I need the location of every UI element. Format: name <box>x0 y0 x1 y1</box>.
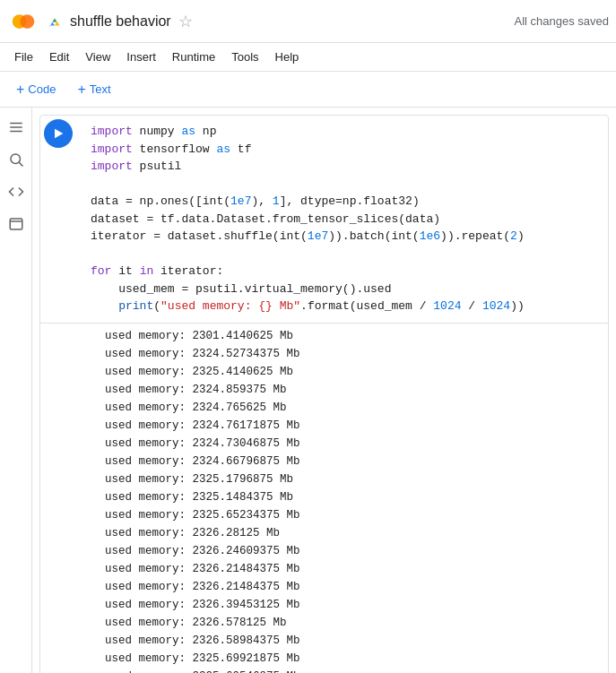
output-line: used memory: 2326.21484375 Mb <box>105 578 601 596</box>
svg-marker-8 <box>55 129 63 139</box>
svg-point-5 <box>11 154 21 164</box>
output-line: used memory: 2325.4140625 Mb <box>105 363 601 381</box>
sidebar-search-icon[interactable] <box>4 147 29 172</box>
sidebar-files-icon[interactable] <box>4 211 29 237</box>
output-line: used memory: 2325.60546875 Mb <box>105 668 601 674</box>
code-editor[interactable]: import numpy as np import tensorflow as … <box>76 116 532 323</box>
content-area[interactable]: import numpy as np import tensorflow as … <box>32 108 616 673</box>
plus-code-icon: + <box>16 82 24 98</box>
output-line: used memory: 2324.859375 Mb <box>105 381 601 399</box>
menu-bar: File Edit View Insert Runtime Tools Help <box>0 43 616 72</box>
code-cell: import numpy as np import tensorflow as … <box>39 115 609 673</box>
output-line: used memory: 2324.76171875 Mb <box>105 417 601 435</box>
sidebar-code-icon[interactable] <box>4 179 29 204</box>
output-line: used memory: 2326.58984375 Mb <box>105 632 601 650</box>
sidebar-toc-icon[interactable] <box>4 115 29 140</box>
menu-help[interactable]: Help <box>268 47 307 67</box>
output-line: used memory: 2326.24609375 Mb <box>105 542 601 560</box>
notebook-title-area: shuffle behavior ☆ <box>47 12 514 31</box>
output-line: used memory: 2324.52734375 Mb <box>105 345 601 363</box>
menu-file[interactable]: File <box>7 47 40 67</box>
output-line: used memory: 2324.73046875 Mb <box>105 435 601 453</box>
toolbar: + Code + Text <box>0 72 616 108</box>
cell-output: used memory: 2301.4140625 Mbused memory:… <box>40 323 608 674</box>
save-status: All changes saved <box>514 14 609 28</box>
output-line: used memory: 2325.1796875 Mb <box>105 470 601 488</box>
left-sidebar <box>0 108 32 673</box>
output-line: used memory: 2326.39453125 Mb <box>105 596 601 614</box>
svg-line-6 <box>19 162 22 166</box>
menu-edit[interactable]: Edit <box>42 47 76 67</box>
output-line: used memory: 2325.69921875 Mb <box>105 650 601 668</box>
output-line: used memory: 2325.1484375 Mb <box>105 488 601 506</box>
top-bar: shuffle behavior ☆ All changes saved <box>0 0 616 43</box>
colab-logo <box>7 5 39 38</box>
main-layout: import numpy as np import tensorflow as … <box>0 108 616 673</box>
drive-icon <box>47 13 63 30</box>
add-text-label: Text <box>90 82 111 96</box>
add-text-button[interactable]: + Text <box>68 78 119 101</box>
output-line: used memory: 2301.4140625 Mb <box>105 327 601 345</box>
svg-rect-7 <box>10 219 22 229</box>
menu-tools[interactable]: Tools <box>224 47 265 67</box>
output-line: used memory: 2324.765625 Mb <box>105 399 601 417</box>
add-code-label: Code <box>28 82 56 96</box>
output-line: used memory: 2324.66796875 Mb <box>105 453 601 470</box>
plus-text-icon: + <box>77 82 85 98</box>
menu-runtime[interactable]: Runtime <box>165 47 222 67</box>
run-cell-button[interactable] <box>44 119 73 148</box>
star-icon[interactable]: ☆ <box>178 12 193 31</box>
output-line: used memory: 2326.21484375 Mb <box>105 560 601 578</box>
output-line: used memory: 2326.578125 Mb <box>105 614 601 632</box>
add-code-button[interactable]: + Code <box>7 78 65 101</box>
svg-point-1 <box>21 14 35 29</box>
menu-insert[interactable]: Insert <box>119 47 163 67</box>
notebook-title: shuffle behavior <box>70 13 171 30</box>
output-line: used memory: 2325.65234375 Mb <box>105 506 601 524</box>
menu-view[interactable]: View <box>78 47 117 67</box>
output-line: used memory: 2326.28125 Mb <box>105 524 601 542</box>
